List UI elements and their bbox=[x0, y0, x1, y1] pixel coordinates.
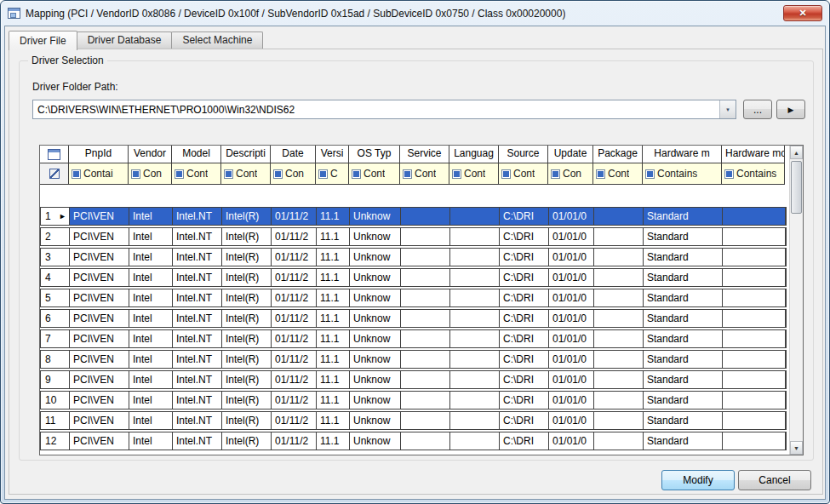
column-header-versi[interactable]: Versi bbox=[316, 146, 349, 163]
grid-cell[interactable] bbox=[723, 310, 786, 327]
grid-cell[interactable]: 01/11/2 bbox=[272, 412, 317, 429]
grid-cell[interactable]: C:\DRI bbox=[500, 351, 549, 368]
table-row[interactable]: 11PCI\VENIntelIntel.NTIntel(R)01/11/211.… bbox=[40, 411, 787, 430]
grid-cell[interactable]: PCI\VEN bbox=[70, 249, 129, 266]
grid-cell[interactable]: Unknow bbox=[350, 351, 401, 368]
grid-cell[interactable]: 11.1 bbox=[317, 269, 350, 286]
row-header[interactable]: 7 bbox=[41, 330, 70, 347]
grid-cell[interactable] bbox=[723, 208, 786, 225]
row-header[interactable]: 10 bbox=[41, 392, 70, 409]
grid-cell[interactable]: Intel.NT bbox=[173, 208, 222, 225]
tab-select-machine[interactable]: Select Machine bbox=[171, 32, 263, 49]
grid-cell[interactable]: Unknow bbox=[350, 228, 401, 245]
row-header[interactable]: 1► bbox=[41, 208, 70, 225]
column-header-source[interactable]: Source bbox=[499, 146, 548, 163]
grid-cell[interactable]: Intel bbox=[129, 371, 173, 388]
grid-cell[interactable]: Intel(R) bbox=[222, 269, 272, 286]
grid-cell[interactable] bbox=[401, 249, 450, 266]
grid-cell[interactable]: Intel bbox=[129, 432, 173, 450]
grid-cell[interactable] bbox=[450, 432, 500, 450]
grid-cell[interactable]: Standard bbox=[644, 432, 723, 450]
grid-cell[interactable] bbox=[594, 371, 644, 388]
load-drivers-button[interactable]: ▶ bbox=[776, 100, 805, 119]
table-row[interactable]: 2PCI\VENIntelIntel.NTIntel(R)01/11/211.1… bbox=[40, 227, 787, 246]
filter-type-icon[interactable] bbox=[273, 169, 283, 179]
table-row[interactable]: 3PCI\VENIntelIntel.NTIntel(R)01/11/211.1… bbox=[40, 248, 787, 266]
grid-cell[interactable] bbox=[723, 432, 786, 450]
grid-cell[interactable]: Standard bbox=[644, 392, 723, 409]
filter-type-icon[interactable] bbox=[645, 169, 655, 179]
grid-cell[interactable]: PCI\VEN bbox=[70, 351, 129, 368]
grid-cell[interactable]: Intel bbox=[129, 392, 173, 409]
table-row[interactable]: 8PCI\VENIntelIntel.NTIntel(R)01/11/211.1… bbox=[40, 350, 787, 369]
grid-cell[interactable] bbox=[594, 330, 644, 347]
grid-cell[interactable]: Intel bbox=[129, 412, 173, 429]
scroll-up-button[interactable]: ▲ bbox=[790, 146, 803, 159]
grid-cell[interactable]: C:\DRI bbox=[500, 371, 549, 388]
grid-cell[interactable]: PCI\VEN bbox=[70, 228, 129, 245]
grid-cell[interactable] bbox=[450, 392, 500, 409]
grid-cell[interactable] bbox=[450, 330, 500, 347]
grid-cell[interactable]: 01/01/0 bbox=[549, 392, 594, 409]
grid-cell[interactable]: Intel.NT bbox=[173, 351, 222, 368]
grid-cell[interactable]: Intel(R) bbox=[222, 351, 272, 368]
grid-cell[interactable] bbox=[723, 371, 786, 388]
title-bar[interactable]: Mapping (PCI / VendorID 0x8086 / DeviceI… bbox=[4, 1, 826, 26]
grid-cell[interactable]: Intel.NT bbox=[173, 432, 222, 450]
grid-cell[interactable]: PCI\VEN bbox=[70, 392, 129, 409]
grid-cell[interactable]: 01/11/2 bbox=[272, 371, 317, 388]
grid-cell[interactable] bbox=[594, 208, 644, 225]
column-header-service[interactable]: Service bbox=[400, 146, 449, 163]
column-header-os-typ[interactable]: OS Typ bbox=[349, 146, 400, 163]
grid-cell[interactable]: Standard bbox=[644, 412, 723, 429]
grid-cell[interactable]: 11.1 bbox=[317, 330, 350, 347]
filter-type-icon[interactable] bbox=[131, 169, 140, 179]
grid-card-view-button[interactable] bbox=[40, 146, 69, 163]
grid-cell[interactable]: Intel(R) bbox=[222, 432, 272, 450]
filter-type-icon[interactable] bbox=[352, 169, 361, 179]
filter-cell-package[interactable]: Cont bbox=[593, 163, 643, 184]
table-row[interactable]: 9PCI\VENIntelIntel.NTIntel(R)01/11/211.1… bbox=[40, 370, 787, 389]
grid-cell[interactable]: 01/11/2 bbox=[272, 208, 317, 225]
grid-cell[interactable]: Intel(R) bbox=[222, 371, 272, 388]
grid-cell[interactable] bbox=[723, 249, 786, 266]
grid-cell[interactable]: 11.1 bbox=[317, 228, 350, 245]
grid-cell[interactable]: PCI\VEN bbox=[70, 432, 129, 450]
grid-cell[interactable]: 01/01/0 bbox=[549, 289, 594, 306]
column-header-languag[interactable]: Languag bbox=[449, 146, 499, 163]
grid-cell[interactable]: 11.1 bbox=[317, 351, 350, 368]
cancel-button[interactable]: Cancel bbox=[738, 470, 811, 490]
grid-cell[interactable] bbox=[450, 289, 500, 306]
grid-cell[interactable]: Intel.NT bbox=[173, 371, 222, 388]
grid-cell[interactable] bbox=[401, 351, 450, 368]
grid-cell[interactable]: 11.1 bbox=[317, 289, 350, 306]
grid-cell[interactable]: Intel.NT bbox=[173, 392, 222, 409]
grid-cell[interactable]: Intel.NT bbox=[173, 289, 222, 306]
combobox-dropdown-button[interactable]: ▼ bbox=[719, 100, 736, 118]
grid-cell[interactable]: 01/11/2 bbox=[272, 432, 317, 450]
grid-cell[interactable]: Intel.NT bbox=[173, 249, 222, 266]
grid-cell[interactable]: 01/11/2 bbox=[272, 228, 317, 245]
grid-cell[interactable]: C:\DRI bbox=[500, 249, 549, 266]
grid-cell[interactable] bbox=[723, 289, 786, 306]
grid-cell[interactable]: Unknow bbox=[350, 289, 401, 306]
filter-cell-date[interactable]: Con bbox=[271, 163, 316, 184]
grid-cell[interactable]: Standard bbox=[644, 208, 723, 225]
grid-cell[interactable]: 01/11/2 bbox=[272, 330, 317, 347]
grid-cell[interactable]: 01/01/0 bbox=[549, 351, 594, 368]
grid-cell[interactable]: PCI\VEN bbox=[70, 208, 129, 225]
grid-cell[interactable] bbox=[401, 228, 450, 245]
row-header[interactable]: 11 bbox=[41, 412, 70, 429]
filter-type-icon[interactable] bbox=[724, 169, 734, 179]
grid-cell[interactable]: Standard bbox=[644, 310, 723, 327]
grid-cell[interactable] bbox=[594, 249, 644, 266]
grid-cell[interactable]: C:\DRI bbox=[500, 432, 549, 450]
column-header-model[interactable]: Model bbox=[172, 146, 221, 163]
tab-driver-file[interactable]: Driver File bbox=[9, 31, 77, 50]
filter-type-icon[interactable] bbox=[175, 169, 184, 179]
grid-cell[interactable] bbox=[723, 392, 786, 409]
grid-cell[interactable] bbox=[401, 269, 450, 286]
table-row[interactable]: 6PCI\VENIntelIntel.NTIntel(R)01/11/211.1… bbox=[40, 309, 787, 328]
grid-cell[interactable]: PCI\VEN bbox=[70, 269, 129, 286]
grid-cell[interactable]: 01/11/2 bbox=[272, 392, 317, 409]
